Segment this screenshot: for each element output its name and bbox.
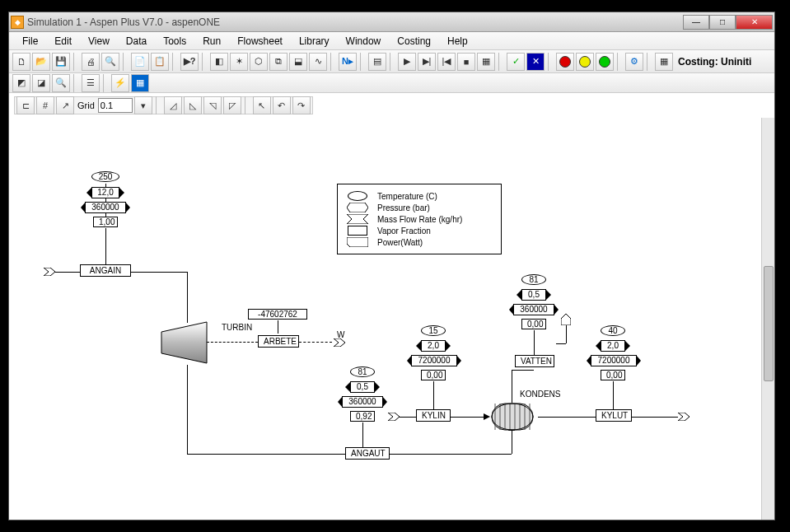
menu-flowsheet[interactable]: Flowsheet xyxy=(229,33,291,49)
grid-dropdown-icon[interactable]: ▾ xyxy=(134,96,152,114)
legend-temperature: Temperature (C) xyxy=(377,192,437,201)
kylin-port-icon[interactable] xyxy=(388,413,400,421)
help-icon[interactable]: ▶? xyxy=(180,53,199,71)
tb2-b-icon[interactable]: ◪ xyxy=(32,74,50,92)
ct-undo-icon[interactable]: ↶ xyxy=(273,96,291,114)
tool-c-icon[interactable]: ⬡ xyxy=(250,53,268,71)
results-icon[interactable]: ▦ xyxy=(477,53,495,71)
menu-library[interactable]: Library xyxy=(291,33,338,49)
gear-icon[interactable]: ⚙ xyxy=(625,53,643,71)
check-icon[interactable]: ✓ xyxy=(507,53,525,71)
svg-marker-15 xyxy=(678,413,689,421)
legend-massflow: Mass Flow Rate (kg/hr) xyxy=(377,215,462,224)
kylut-massflow: 7200000 xyxy=(591,355,637,366)
tb2-e-icon[interactable]: ▦ xyxy=(131,74,149,92)
status-red-icon[interactable] xyxy=(556,53,574,71)
maximize-button[interactable]: □ xyxy=(709,15,736,30)
legend-power: Power(Watt) xyxy=(377,238,423,247)
menu-view[interactable]: View xyxy=(80,33,118,49)
paste-icon[interactable]: 📋 xyxy=(151,53,169,71)
vatten-port-icon xyxy=(561,314,571,325)
minimize-button[interactable]: — xyxy=(683,15,709,30)
vatten-massflow: 360000 xyxy=(513,304,554,315)
grid-icon[interactable]: ▦ xyxy=(655,53,673,71)
panel-icon[interactable]: ▤ xyxy=(368,53,386,71)
status-yellow-icon[interactable] xyxy=(576,53,594,71)
svg-marker-17 xyxy=(347,214,368,224)
tool-b-icon[interactable]: ✶ xyxy=(230,53,248,71)
turbin-label: TURBIN xyxy=(222,323,252,332)
kylin-pressure: 2,0 xyxy=(421,340,446,352)
arbete-power: -47602762 xyxy=(248,309,307,320)
copy-icon[interactable]: 📄 xyxy=(131,53,149,71)
save-icon[interactable]: 💾 xyxy=(52,53,70,71)
ct-b-icon[interactable]: # xyxy=(36,96,54,114)
ct-redo-icon[interactable]: ↷ xyxy=(292,96,311,114)
rewind-icon[interactable]: |◀ xyxy=(437,53,456,71)
kylin-label[interactable]: KYLIN xyxy=(416,409,451,422)
menu-help[interactable]: Help xyxy=(439,33,476,49)
grid-input[interactable] xyxy=(98,98,133,113)
open-icon[interactable]: 📂 xyxy=(32,53,50,71)
scrollbar-thumb[interactable] xyxy=(764,266,774,381)
app-icon: ◆ xyxy=(11,16,24,29)
window-title: Simulation 1 - Aspen Plus V7.0 - aspenON… xyxy=(27,16,683,28)
menu-costing[interactable]: Costing xyxy=(389,33,439,49)
inlet-port-icon[interactable] xyxy=(44,268,55,276)
angain-temperature: 250 xyxy=(91,171,119,182)
menu-window[interactable]: Window xyxy=(338,33,390,49)
ct-e-icon[interactable]: ◺ xyxy=(184,96,202,114)
angain-massflow: 360000 xyxy=(85,202,126,213)
vatten-pressure: 0,5 xyxy=(521,289,546,301)
vatten-label[interactable]: VATTEN xyxy=(515,355,554,367)
vatten-temperature: 81 xyxy=(521,274,546,285)
print-preview-icon[interactable]: 🔍 xyxy=(101,53,119,71)
ct-f-icon[interactable]: ◹ xyxy=(203,96,222,114)
tb2-a-icon[interactable]: ◩ xyxy=(12,74,30,92)
kylut-label[interactable]: KYLUT xyxy=(596,409,632,422)
x-icon[interactable]: ✕ xyxy=(526,53,545,71)
close-button[interactable]: ✕ xyxy=(736,15,773,30)
kondens-block[interactable] xyxy=(487,403,538,431)
menu-run[interactable]: Run xyxy=(194,33,229,49)
ct-pointer-icon[interactable]: ↖ xyxy=(253,96,271,114)
status-green-icon[interactable] xyxy=(596,53,614,71)
tb2-zoom-icon[interactable]: 🔍 xyxy=(52,74,70,92)
step-icon[interactable]: ▶| xyxy=(418,53,436,71)
tool-f-icon[interactable]: ∿ xyxy=(309,53,327,71)
ct-d-icon[interactable]: ◿ xyxy=(164,96,182,114)
svg-marker-0 xyxy=(44,268,55,276)
tb2-c-icon[interactable]: ☰ xyxy=(82,74,100,92)
arbete-label[interactable]: ARBETE xyxy=(258,335,299,348)
play-icon[interactable]: ▶ xyxy=(398,53,416,71)
ct-g-icon[interactable]: ◸ xyxy=(223,96,241,114)
vatten-vf: 0,00 xyxy=(521,319,546,329)
tool-e-icon[interactable]: ⬓ xyxy=(289,53,307,71)
print-icon[interactable]: 🖨 xyxy=(82,53,100,71)
ct-a-icon[interactable]: ⊏ xyxy=(16,96,35,114)
new-icon[interactable]: 🗋 xyxy=(12,53,30,71)
flowsheet[interactable]: 250 12,0 360000 1,00 ANGAIN TURBIN xyxy=(9,118,761,520)
kondens-label: KONDENS xyxy=(520,390,560,399)
tool-d-icon[interactable]: ⧉ xyxy=(269,53,287,71)
angaut-label[interactable]: ANGAUT xyxy=(345,447,390,460)
tb2-d-icon[interactable]: ⚡ xyxy=(111,74,129,92)
tool-a-icon[interactable]: ◧ xyxy=(210,53,228,71)
svg-marker-16 xyxy=(347,203,368,212)
ct-c-icon[interactable]: ↗ xyxy=(56,96,74,114)
turbine-block[interactable] xyxy=(157,320,215,365)
next-icon[interactable]: N▸ xyxy=(339,53,357,71)
kylin-massflow: 7200000 xyxy=(411,355,457,366)
menu-file[interactable]: File xyxy=(14,33,46,49)
kylut-pressure: 2,0 xyxy=(601,340,625,352)
menu-edit[interactable]: Edit xyxy=(46,33,80,49)
angaut-vf: 0,92 xyxy=(350,411,375,422)
kylut-port-icon xyxy=(678,413,689,421)
svg-marker-2 xyxy=(334,338,345,347)
stop-icon[interactable]: ■ xyxy=(457,53,475,71)
angaut-pressure: 0,5 xyxy=(350,381,375,393)
menu-data[interactable]: Data xyxy=(118,33,155,49)
vertical-scrollbar[interactable] xyxy=(761,118,774,520)
menu-tools[interactable]: Tools xyxy=(155,33,194,49)
angain-label[interactable]: ANGAIN xyxy=(80,264,131,277)
